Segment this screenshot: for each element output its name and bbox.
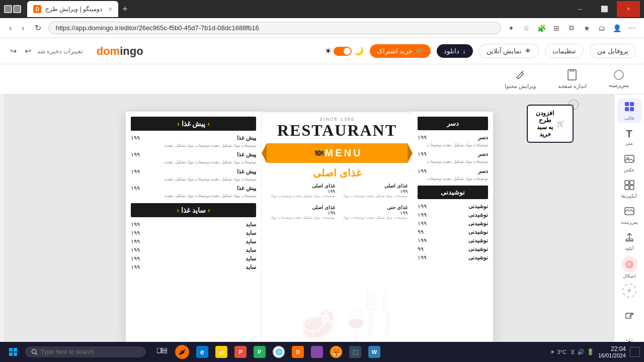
taskbar-app4[interactable]: 🎵 [308,343,326,361]
noshidani-header: نوشیدنی [418,186,488,199]
address-bar: ‹ › ↻ ✦ ☆ 🧩 ⊞ ⧉ ★ 🗂 👤 ⋯ [0,18,644,38]
minimize-button[interactable]: ─ [569,1,592,17]
page-size-icon [566,69,578,81]
menu-item-row: ساید۱۹۹ [131,264,256,270]
profile-icon[interactable]: 👤 [611,22,623,34]
menu-item-row: نوشیدنی۱۹۹ [418,203,488,210]
taskbar-word[interactable]: W [365,343,383,361]
add-to-cart-button[interactable]: 🛒 افزودن طرح به سبد خرید [527,105,574,143]
close-button[interactable]: × [617,1,640,17]
svg-rect-30 [631,348,638,355]
menu-item-row: نوشیدنی۱۹۹ [418,220,488,227]
sidebar-tool-external[interactable] [617,306,641,330]
back-button[interactable]: ‹ [6,22,15,35]
tab-close-icon[interactable]: × [108,5,112,13]
svg-line-4 [522,71,523,72]
active-tab[interactable]: D دومینگو | ویرایش طرح × [27,1,118,17]
new-tab-button[interactable]: + [120,2,130,17]
template-icon [624,101,635,115]
edit-content-tool[interactable]: ویرایش محتوا [500,66,541,93]
svg-rect-28 [162,348,167,350]
taskbar-firefox[interactable]: 🦊 [327,343,345,361]
shapes-icon: P [621,256,637,273]
page-size-tool[interactable]: اندازه صفحه [553,66,592,93]
taskbar-explorer-icon[interactable]: 📁 [212,343,230,361]
center-item: غذای اصلی ۱۹۹ توضیحات مواد تشکیل دهنده ت… [267,183,335,200]
extension-icon[interactable]: 🧩 [535,22,547,34]
menu-left-column: › پیش غذا ‹ پیش غذا ۱۹۹ توضیحات مواد تشک… [126,112,262,343]
online-preview-button[interactable]: 👁 نمایش آنلاین [479,44,539,58]
taskbar-app3[interactable]: D [289,343,307,361]
menu-icon[interactable]: ⋯ [626,22,638,34]
taskbar-pepper-icon[interactable]: 🌶 [172,343,192,361]
sidebar-tool-text[interactable]: T متن [617,125,641,149]
taskbar-app5[interactable]: ⬚ [346,343,364,361]
svg-rect-7 [625,107,629,111]
toggle-track[interactable] [334,47,352,56]
ai-icon[interactable]: ✦ [505,22,517,34]
add-tool-button[interactable]: + [622,284,636,298]
menu-item-row: ساید۱۹۹ [131,247,256,253]
edit-content-icon [514,69,526,81]
deser-items: دسر۱۹۹ توضیحات مواد تشکیل دهنده توضیحات … [418,134,488,182]
favorites-icon[interactable]: ★ [581,22,593,34]
canvas-area[interactable]: i 🛒 افزودن طرح به سبد خرید › پیش غذا ‹ پ… [5,95,614,360]
collection-icon[interactable]: ⊞ [550,22,562,34]
battery-icon[interactable]: 🔋 [587,348,594,355]
split-icon[interactable]: ⧉ [566,22,578,34]
notification-button[interactable] [630,347,640,357]
menu-right-column: دسر دسر۱۹۹ توضیحات مواد تشکیل دهنده توضی… [413,112,493,343]
temperature: 3°C [557,349,566,355]
upload-label: آپلود [625,246,634,251]
undo-button[interactable]: ↩ [23,44,33,58]
taskbar-app1[interactable]: P [231,343,250,361]
svg-rect-6 [630,102,634,106]
background-tool[interactable]: پس‌زمینه [604,67,634,92]
photo-icon [624,154,634,166]
sidebar-tool-upload[interactable]: آپلود [617,229,641,253]
sidebar-tool-shapes[interactable]: P اشکال [617,255,641,280]
taskbar-search[interactable] [25,346,146,357]
noshidani-items: نوشیدنی۱۹۹ نوشیدنی۱۹۹ نوشیدنی۱۹۹ نوشیدنی… [418,203,488,261]
taskview-icon[interactable] [153,343,171,361]
ghaza-asli-title: غذای اصلی [267,167,408,179]
menu-item-row: پیش غذا ۱۹۹ [131,135,256,141]
sidebar-tool-template[interactable]: قالب [617,99,641,123]
tray-icons: ☀ 3°C [550,349,566,355]
volume-icon[interactable]: 🔊 [577,348,585,355]
forward-button[interactable]: › [19,22,27,35]
refresh-button[interactable]: ↻ [32,21,44,35]
address-input[interactable] [48,22,501,34]
menu-item-row: نوشیدنی۱۹۹ [418,254,488,261]
tab-icon-new[interactable] [4,5,12,13]
download-button[interactable]: ↓ دانلود [437,44,473,58]
start-button[interactable] [4,344,22,360]
menu-item-row: پیش غذا ۱۹۹ [131,151,256,158]
settings-button[interactable]: تنظیمات [545,44,584,58]
maximize-button[interactable]: ⬜ [593,1,616,17]
taskbar-search-input[interactable] [41,348,140,355]
profile-button[interactable]: پروفایل من [590,44,636,58]
bookmark-icon[interactable]: ☆ [520,22,532,34]
theme-toggle[interactable]: 🌙 ☀ [325,46,364,56]
network-icon[interactable]: ⊻ [571,348,575,355]
system-tray: ☀ 3°C ⊻ 🔊 🔋 22:04 16/01/2024 [550,345,640,358]
shapes-label: اشکال [623,274,636,279]
taskbar-edge-icon[interactable]: e [193,343,211,361]
menu-center-column: 🍴 SINCE 1380 RESTAURANT 🍽 MENU غذای اصلی… [262,112,413,343]
taskbar-app2[interactable]: P [251,343,269,361]
upload-icon [624,232,634,245]
sidebar-tool-icons[interactable]: آیکون‌ها [617,177,641,201]
menu-item-row: ساید۱۹۹ [131,255,256,262]
taskbar-chrome[interactable]: 🌐 [270,343,288,361]
sidebar-tool-background[interactable]: پس‌زمینه [617,203,641,227]
redo-button[interactable]: ↪ [8,44,19,58]
svg-rect-1 [14,6,20,12]
buy-button[interactable]: 🛒 خرید اشتراک [370,44,431,58]
circle-selector-icon [614,70,624,80]
menu-item-row: نوشیدنی۱۹۹ [418,212,488,218]
tab-icon-files[interactable] [13,5,21,13]
svg-rect-13 [625,186,629,190]
collections-icon[interactable]: 🗂 [596,22,608,34]
sidebar-tool-photo[interactable]: عکس [617,151,641,175]
